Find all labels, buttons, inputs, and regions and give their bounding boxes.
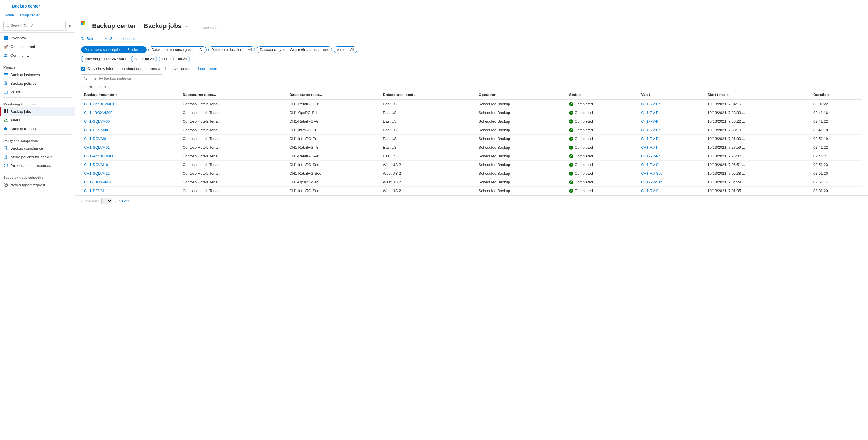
next-label: Next >: [119, 199, 130, 203]
cell-start-time: 10/13/2021, 7:33:39 ...: [705, 108, 811, 117]
col-rg: Datasource reso...: [286, 90, 380, 100]
table-row[interactable]: CH1-JBOXVM10 Contoso Hotels Tena... CH1-…: [81, 178, 862, 187]
status-completed-icon: [569, 145, 573, 149]
status-label: Completed: [575, 180, 593, 184]
grid-icon: [3, 36, 8, 40]
refresh-icon: ↻: [81, 36, 85, 41]
sidebar-collapse-icon[interactable]: «: [67, 22, 73, 29]
filter-chip-datasource-sub[interactable]: Datasource subscription == 3 selected: [81, 46, 147, 53]
table-row[interactable]: CH1-AppBEVM01 Contoso Hotels Tena... CH1…: [81, 100, 862, 108]
filter-chip-time-range[interactable]: Time range : Last 24 hours: [81, 56, 129, 63]
table-row[interactable]: CH1-SQLVM00 Contoso Hotels Tena... CH1-R…: [81, 117, 862, 126]
col-vault: Vault: [638, 90, 704, 100]
sidebar-item-backup-reports[interactable]: Backup reports: [0, 125, 75, 133]
cell-rg: CH1-RetailRG-Pri: [286, 117, 380, 126]
cell-loc: East US: [380, 126, 475, 135]
sidebar-section-monitoring: Monitoring + reporting: [0, 99, 75, 107]
cell-rg: CH1-InfraRG-Sec: [286, 187, 380, 195]
cell-operation: Scheduled Backup: [475, 108, 566, 117]
select-columns-button[interactable]: → Select columns: [104, 35, 135, 42]
alerts-icon: [3, 118, 8, 122]
cell-operation: Scheduled Backup: [475, 178, 566, 187]
learn-more-link[interactable]: Learn more.: [198, 67, 218, 71]
cell-instance: CH1-DCVM11: [81, 187, 180, 195]
filter-chip-datasource-type[interactable]: Datasource type == Azure Virtual machine…: [257, 46, 332, 53]
more-options-icon[interactable]: ···: [185, 23, 189, 29]
refresh-button[interactable]: ↻ Refresh: [81, 35, 100, 42]
cell-sub: Contoso Hotels Tena...: [180, 117, 286, 126]
col-start-time[interactable]: Start time ↑↓: [705, 90, 811, 100]
col-instance[interactable]: Backup instance ↑↓: [81, 90, 180, 100]
col-loc: Datasource locat...: [380, 90, 475, 100]
sidebar-item-label: Getting started: [10, 44, 35, 49]
support-icon: [3, 182, 8, 187]
sidebar-item-alerts[interactable]: Alerts: [0, 116, 75, 125]
cell-sub: Contoso Hotels Tena...: [180, 187, 286, 195]
sidebar-item-backup-policies[interactable]: Backup policies: [0, 79, 75, 88]
cell-sub: Contoso Hotels Tena...: [180, 178, 286, 187]
access-checkbox[interactable]: [81, 67, 85, 71]
previous-page-button[interactable]: < Previous: [81, 199, 99, 203]
status-completed-icon: [569, 128, 573, 132]
cell-vault: CH1-RV-Pri: [638, 143, 704, 152]
sidebar-item-protectable[interactable]: Protectable datasources: [0, 161, 75, 170]
cell-loc: West US 2: [380, 169, 475, 178]
cell-instance: CH1-SQLVM12: [81, 169, 180, 178]
table-row[interactable]: CH1-SQLVM12 Contoso Hotels Tena... CH1-R…: [81, 169, 862, 178]
sidebar-divider-3: [3, 134, 71, 135]
sidebar-item-backup-jobs[interactable]: Backup jobs: [0, 107, 75, 116]
cell-status: Completed: [566, 169, 638, 178]
table-row[interactable]: CH1-AppBEVM00 Contoso Hotels Tena... CH1…: [81, 152, 862, 161]
table-row[interactable]: CH1-DCVM01 Contoso Hotels Tena... CH1-In…: [81, 135, 862, 143]
sidebar-item-backup-compliance[interactable]: Backup compliance: [0, 144, 75, 153]
cell-duration: 02:51:14: [810, 178, 862, 187]
status-completed-icon: [569, 180, 573, 184]
sidebar-item-new-support[interactable]: New support request: [0, 180, 75, 189]
instances-icon: [3, 72, 8, 77]
cell-rg: CH1-OpsRG-Pri: [286, 108, 380, 117]
status-completed-icon: [569, 102, 573, 106]
cell-duration: 02:51:19: [810, 135, 862, 143]
cell-sub: Contoso Hotels Tena...: [180, 161, 286, 169]
filter-chip-vault[interactable]: Vault == All: [334, 46, 358, 53]
svg-rect-44: [81, 24, 83, 26]
sidebar-item-azure-policies[interactable]: Azure policies for backup: [0, 153, 75, 161]
filter-chip-datasource-rg[interactable]: Datasource resource group == All: [148, 46, 207, 53]
filter-by-backup-instance-input[interactable]: [81, 74, 162, 82]
sidebar-search-input[interactable]: [3, 22, 66, 29]
page-title-area: Backup center | Backup jobs ··· Microsof…: [75, 19, 868, 33]
filter-chip-operation[interactable]: Operation == All: [159, 56, 190, 63]
cell-loc: West US 2: [380, 178, 475, 187]
sidebar-item-vaults[interactable]: Vaults: [0, 88, 75, 96]
sidebar: « Overview 🚀 Getting started Community M…: [0, 19, 75, 440]
sidebar-item-getting-started[interactable]: 🚀 Getting started: [0, 42, 75, 51]
table-row[interactable]: CH1-DCVM00 Contoso Hotels Tena... CH1-In…: [81, 126, 862, 135]
table-row[interactable]: CH1-DCVM10 Contoso Hotels Tena... CH1-In…: [81, 161, 862, 169]
table-body: CH1-AppBEVM01 Contoso Hotels Tena... CH1…: [81, 100, 862, 195]
table-row[interactable]: CH1-JBOXVM00 Contoso Hotels Tena... CH1-…: [81, 108, 862, 117]
cell-operation: Scheduled Backup: [475, 135, 566, 143]
sidebar-item-community[interactable]: Community: [0, 51, 75, 60]
status-label: Completed: [575, 154, 593, 158]
sidebar-item-label: New support request: [10, 183, 45, 187]
sidebar-item-backup-instances[interactable]: Backup instances: [0, 70, 75, 79]
table-row[interactable]: CH1-SQLVM01 Contoso Hotels Tena... CH1-R…: [81, 143, 862, 152]
breadcrumb-current[interactable]: Backup center: [18, 13, 40, 18]
cell-instance: CH1-JBOXVM00: [81, 108, 180, 117]
table-row[interactable]: CH1-DCVM11 Contoso Hotels Tena... CH1-In…: [81, 187, 862, 195]
filter-chip-status[interactable]: Status == All: [131, 56, 157, 63]
cell-status: Completed: [566, 126, 638, 135]
cell-instance: CH1-DCVM01: [81, 135, 180, 143]
page-number-select[interactable]: 1: [101, 198, 112, 204]
sidebar-item-label: Alerts: [10, 118, 20, 122]
filter-chip-datasource-loc[interactable]: Datasource location == All: [208, 46, 255, 53]
cell-start-time: 10/13/2021, 7:26:07 ...: [705, 152, 811, 161]
cell-rg: CH1-RetailRG-Sec: [286, 169, 380, 178]
cell-loc: East US: [380, 143, 475, 152]
cell-instance: CH1-DCVM10: [81, 161, 180, 169]
status-completed-icon: [569, 172, 573, 176]
cell-operation: Scheduled Backup: [475, 152, 566, 161]
sidebar-item[interactable]: Overview: [0, 33, 75, 42]
breadcrumb-home[interactable]: Home: [5, 13, 14, 18]
next-page-button[interactable]: Next >: [119, 199, 130, 203]
